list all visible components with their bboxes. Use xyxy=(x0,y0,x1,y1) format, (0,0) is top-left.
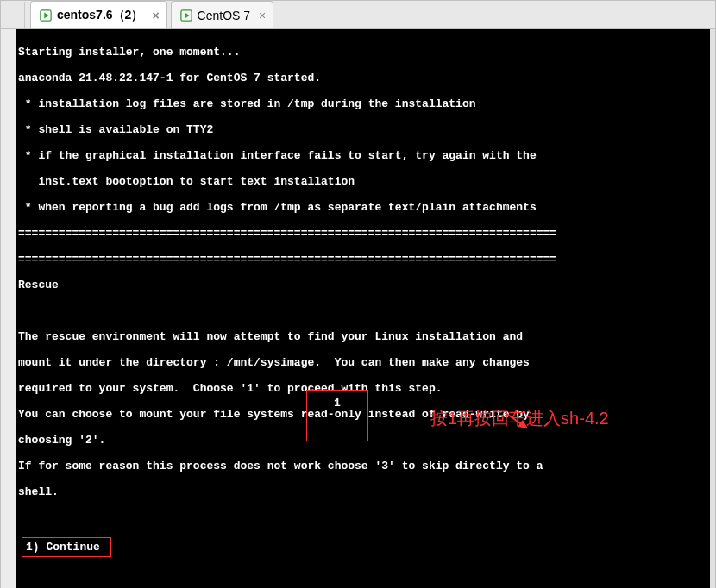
svg-marker-1 xyxy=(44,12,48,18)
tab-stub xyxy=(9,2,25,28)
term-line: shell. xyxy=(18,485,708,498)
term-line: * when reporting a bug add logs from /tm… xyxy=(18,201,708,214)
svg-marker-3 xyxy=(185,12,189,18)
term-line: ========================================… xyxy=(18,227,708,240)
term-line xyxy=(18,570,708,583)
term-line: Starting installer, one moment... xyxy=(18,46,708,59)
tab-label: CentOS 7 xyxy=(198,9,250,22)
selection-input: 1 xyxy=(334,397,341,410)
option-continue-wrap: 1) Continue xyxy=(18,537,708,557)
term-line: anaconda 21.48.22.147-1 for CentOS 7 sta… xyxy=(18,72,708,84)
option-continue: 1) Continue xyxy=(22,537,111,557)
term-line xyxy=(18,511,708,524)
tab-label: centos7.6（2） xyxy=(57,8,143,23)
tab-centos76-2[interactable]: centos7.6（2） × xyxy=(30,1,167,28)
left-gutter xyxy=(1,29,16,588)
close-icon[interactable]: × xyxy=(259,9,266,22)
window-frame: centos7.6（2） × CentOS 7 × Starting insta… xyxy=(0,0,716,588)
terminal-container: Starting installer, one moment... anacon… xyxy=(1,29,715,588)
terminal[interactable]: Starting installer, one moment... anacon… xyxy=(16,29,710,588)
term-line: * if the graphical installation interfac… xyxy=(18,149,708,162)
term-line xyxy=(18,304,708,317)
term-line: * installation log files are stored in /… xyxy=(18,97,708,110)
term-line: ========================================… xyxy=(18,253,708,266)
rescue-title: Rescue xyxy=(18,278,708,291)
term-line: If for some reason this process does not… xyxy=(18,460,708,472)
tab-centos7[interactable]: CentOS 7 × xyxy=(171,1,274,28)
vm-icon xyxy=(40,9,52,22)
term-line: mount it under the directory : /mnt/sysi… xyxy=(18,356,708,369)
vm-icon xyxy=(180,9,192,22)
term-line: * shell is available on TTY2 xyxy=(18,123,708,136)
input-highlight-box: 1 xyxy=(306,390,368,441)
tab-bar: centos7.6（2） × CentOS 7 × xyxy=(1,1,715,29)
close-icon[interactable]: × xyxy=(152,9,159,22)
term-line: The rescue environment will now attempt … xyxy=(18,330,708,343)
term-line: inst.text bootoption to start text insta… xyxy=(18,175,708,188)
annotation-text: 按1再按回车进入sh-4.2 xyxy=(430,412,609,425)
